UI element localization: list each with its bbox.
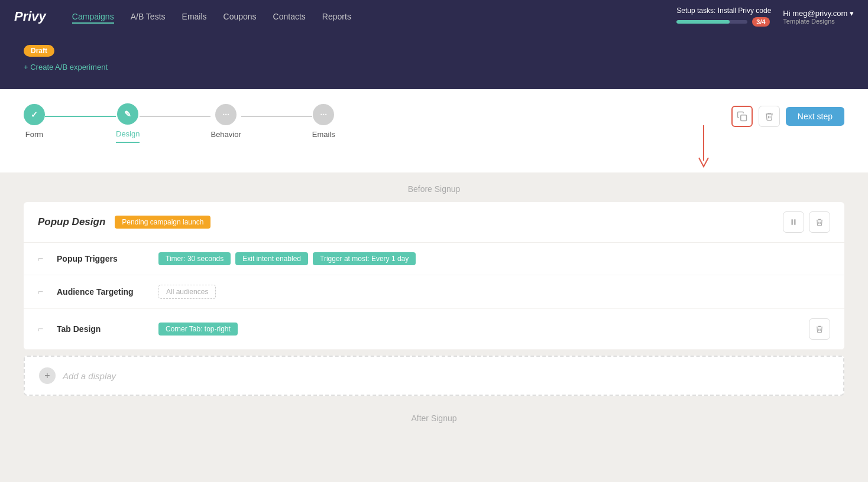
banner: Draft + Create A/B experiment — [0, 33, 868, 89]
step-design-label: Design — [116, 129, 140, 143]
tab-design-tags: Corner Tab: top-right — [158, 323, 802, 336]
card-header: Popup Design Pending campaign launch — [24, 202, 844, 243]
user-name: Hi meg@privy.com ▾ — [783, 9, 854, 18]
popup-design-title: Popup Design — [38, 216, 105, 228]
tag-timer: Timer: 30 seconds — [158, 252, 231, 265]
setup-tasks: Setup tasks: Install Privy code 3/4 — [676, 6, 771, 27]
step-design-circle: ✎ — [117, 103, 138, 125]
nav-reports[interactable]: Reports — [322, 9, 351, 24]
setup-tasks-label: Setup tasks: Install Privy code — [676, 6, 771, 15]
nav-ab-tests[interactable]: A/B Tests — [131, 9, 166, 24]
step-line-3 — [241, 116, 312, 117]
tab-design-delete-button[interactable] — [809, 318, 830, 340]
step-emails[interactable]: ··· Emails — [312, 104, 335, 142]
pending-badge: Pending campaign launch — [115, 216, 210, 229]
popup-triggers-tags: Timer: 30 seconds Exit intent enabled Tr… — [158, 252, 416, 265]
after-signup-label: After Signup — [24, 402, 844, 431]
campaign-card: Popup Design Pending campaign launch — [24, 202, 844, 350]
indent-icon-triggers: ⌐ — [38, 253, 50, 264]
nav-contacts[interactable]: Contacts — [273, 9, 306, 24]
progress-bar-fill — [676, 20, 730, 24]
steps-actions: Next step — [731, 103, 844, 127]
card-pause-button[interactable] — [783, 211, 804, 233]
tab-design-title: Tab Design — [57, 324, 151, 334]
nav-coupons[interactable]: Coupons — [224, 9, 257, 24]
nav-emails[interactable]: Emails — [182, 9, 207, 24]
indent-icon-audience: ⌐ — [38, 286, 50, 297]
user-subtitle: Template Designs — [783, 18, 834, 25]
card-header-right — [783, 211, 830, 233]
progress-bar-container: 3/4 — [676, 17, 769, 27]
card-delete-button[interactable] — [809, 211, 830, 233]
navbar: Privy Campaigns A/B Tests Emails Coupons… — [0, 0, 868, 33]
nav-links: Campaigns A/B Tests Emails Coupons Conta… — [72, 9, 658, 24]
card-header-left: Popup Design Pending campaign launch — [38, 216, 210, 229]
add-display-icon: + — [39, 367, 56, 384]
tag-corner-tab: Corner Tab: top-right — [158, 323, 238, 336]
steps-container: ✓ Form ✎ Design ··· Behavior ··· Emails — [0, 89, 868, 143]
svg-rect-2 — [792, 219, 793, 224]
progress-badge: 3/4 — [752, 17, 769, 27]
step-line-1 — [45, 116, 116, 117]
main-content: Before Signup Popup Design Pending campa… — [0, 172, 868, 455]
audience-targeting-title: Audience Targeting — [57, 287, 151, 297]
delete-button[interactable] — [759, 106, 780, 127]
user-info[interactable]: Hi meg@privy.com ▾ Template Designs — [783, 9, 854, 25]
popup-triggers-title: Popup Triggers — [57, 254, 151, 263]
step-behavior-label: Behavior — [210, 130, 241, 142]
step-behavior-circle: ··· — [215, 104, 237, 125]
add-display-label: Add a display — [63, 371, 116, 381]
popup-triggers-row: ⌐ Popup Triggers Timer: 30 seconds Exit … — [24, 243, 844, 275]
step-behavior[interactable]: ··· Behavior — [210, 104, 241, 142]
indent-icon-tab: ⌐ — [38, 324, 50, 334]
create-ab-link[interactable]: + Create A/B experiment — [24, 63, 844, 71]
step-form-label: Form — [25, 130, 43, 142]
before-signup-label: Before Signup — [24, 172, 844, 202]
next-step-button[interactable]: Next step — [786, 107, 844, 126]
copy-button[interactable] — [731, 106, 753, 127]
tag-exit-intent: Exit intent enabled — [235, 252, 308, 265]
audience-targeting-row: ⌐ Audience Targeting All audiences — [24, 275, 844, 309]
logo: Privy — [14, 9, 46, 24]
navbar-right: Setup tasks: Install Privy code 3/4 Hi m… — [676, 6, 854, 27]
step-form-circle: ✓ — [24, 104, 45, 125]
tab-design-row: ⌐ Tab Design Corner Tab: top-right — [24, 309, 844, 350]
steps-row: ✓ Form ✎ Design ··· Behavior ··· Emails — [24, 103, 335, 143]
progress-bar — [676, 20, 747, 24]
step-form[interactable]: ✓ Form — [24, 104, 45, 142]
svg-rect-0 — [741, 115, 747, 121]
step-emails-circle: ··· — [313, 104, 334, 125]
step-emails-label: Emails — [312, 130, 335, 142]
svg-rect-3 — [794, 219, 795, 224]
nav-campaigns[interactable]: Campaigns — [72, 9, 114, 24]
tag-all-audiences: All audiences — [158, 285, 216, 299]
audience-targeting-tags: All audiences — [158, 285, 216, 299]
draft-badge: Draft — [24, 45, 54, 57]
step-line-2 — [140, 116, 210, 117]
add-display-row[interactable]: + Add a display — [24, 356, 844, 396]
step-design[interactable]: ✎ Design — [116, 103, 140, 143]
tag-trigger-most: Trigger at most: Every 1 day — [313, 252, 416, 265]
